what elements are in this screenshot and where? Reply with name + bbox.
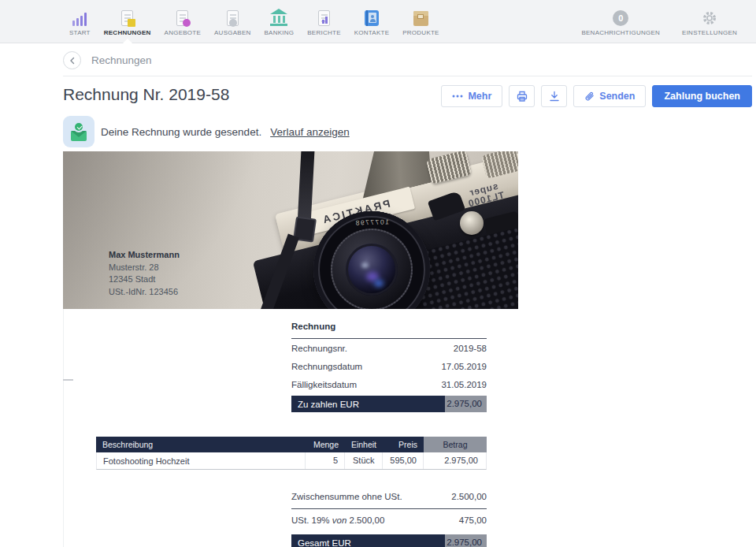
invoice-body: Rechnung Rechnungsnr. 2019-58 Rechnungsd… <box>63 309 518 547</box>
download-icon <box>549 91 560 102</box>
ellipsis-icon <box>452 95 463 98</box>
cell-amount: 2.975,00 <box>423 452 486 469</box>
cell-unit: Stück <box>344 452 382 469</box>
nav-label: AUSGABEN <box>214 29 250 36</box>
nav-item-start[interactable]: START <box>69 0 91 43</box>
nav-label: BANKING <box>265 29 295 36</box>
cell-price: 595,00 <box>382 452 423 469</box>
contacts-book-icon <box>365 7 379 26</box>
invoice-doc-icon <box>121 7 133 26</box>
meta-row: Rechnungsnr. 2019-58 <box>291 339 487 357</box>
cell-quantity: 5 <box>305 452 344 469</box>
nav-item-kontakte[interactable]: KONTAKTE <box>354 0 390 43</box>
nav-item-produkte[interactable]: PRODUKTE <box>402 0 439 43</box>
printer-icon <box>517 91 528 102</box>
line-items-table: Beschreibung Menge Einheit Preis Betrag … <box>96 437 487 470</box>
action-buttons: Mehr Senden Zahlung buchen <box>441 85 752 107</box>
nav-right-items: 0 BENACHRICHTIGUNGEN EINSTELLUNGEN <box>581 0 737 43</box>
vat-label: USt. 19% von 2.500,00 <box>291 515 384 525</box>
notification-count: 0 <box>613 10 628 26</box>
subtotal-value: 2.500,00 <box>451 492 487 501</box>
send-button[interactable]: Senden <box>573 85 646 107</box>
nav-label: BENACHRICHTIGUNGEN <box>581 29 660 36</box>
total-row: Gesamt EUR 2.975,00 <box>291 534 487 547</box>
bank-icon <box>270 7 287 26</box>
vat-value: 475,00 <box>459 515 487 525</box>
nav-item-berichte[interactable]: BERICHTE <box>307 0 340 43</box>
vat-row: USt. 19% von 2.500,00 475,00 <box>291 509 487 532</box>
gear-icon <box>702 7 717 26</box>
sender-city: 12345 Stadt <box>109 274 180 286</box>
nav-label: ANGEBOTE <box>165 29 201 36</box>
totals-box: Zwischensumme ohne USt. 2.500,00 USt. 19… <box>291 488 487 547</box>
report-chart-icon <box>318 7 330 26</box>
nav-label: EINSTELLUNGEN <box>682 29 737 36</box>
header-unit: Einheit <box>345 440 383 449</box>
status-banner: Deine Rechnung wurde gesendet. Verlauf a… <box>63 116 350 147</box>
meta-label: Fälligkeitsdatum <box>291 380 357 389</box>
amount-due-label: Zu zahlen EUR <box>291 400 445 409</box>
cell-description: Fotoshooting Hochzeit <box>97 456 305 466</box>
invoice-meta-box: Rechnung Rechnungsnr. 2019-58 Rechnungsd… <box>291 320 487 412</box>
nav-item-banking[interactable]: BANKING <box>265 0 295 43</box>
header-price: Preis <box>383 440 424 449</box>
paperclip-icon <box>584 91 595 102</box>
meta-label: Rechnungsnr. <box>291 344 347 353</box>
meta-label: Rechnungsdatum <box>291 362 362 371</box>
meta-row: Rechnungsdatum 17.05.2019 <box>291 357 487 375</box>
sender-street: Musterstr. 28 <box>109 262 180 274</box>
bar-chart-icon <box>72 7 87 26</box>
product-box-icon <box>413 7 428 26</box>
page-header: Rechnung Nr. 2019-58 Mehr Senden Zahlung… <box>63 76 752 114</box>
nav-item-einstellungen[interactable]: EINSTELLUNGEN <box>682 0 737 43</box>
download-button[interactable] <box>541 85 567 107</box>
sender-vat-id: USt.-IdNr. 123456 <box>109 286 180 299</box>
amount-due-row: Zu zahlen EUR 2.975,00 <box>291 396 487 412</box>
meta-row: Fälligkeitsdatum 31.05.2019 <box>291 375 487 393</box>
nav-item-rechnungen[interactable]: RECHNUNGEN <box>104 0 151 43</box>
table-row: Fotoshooting Hochzeit 5 Stück 595,00 2.9… <box>96 452 487 470</box>
nav-label: PRODUKTE <box>402 29 439 36</box>
banner-message: Deine Rechnung wurde gesendet. <box>101 126 261 138</box>
nav-label: KONTAKTE <box>354 29 390 36</box>
header-quantity: Menge <box>306 440 345 449</box>
top-navigation: START RECHNUNGEN ANGEBOTE AUSGABEN BANKI… <box>0 0 756 43</box>
chevron-left-icon <box>69 57 76 65</box>
book-payment-button[interactable]: Zahlung buchen <box>652 85 752 107</box>
meta-value: 2019-58 <box>454 344 487 353</box>
expense-doc-icon <box>227 7 239 26</box>
total-label: Gesamt EUR <box>291 538 445 547</box>
invoice-preview: PRAKTICA superTL1000 1077798 Max Musterm… <box>63 151 518 547</box>
amount-due-value: 2.975,00 <box>445 396 487 412</box>
app-window: START RECHNUNGEN ANGEBOTE AUSGABEN BANKI… <box>0 0 756 547</box>
more-button[interactable]: Mehr <box>441 85 502 107</box>
notification-badge-icon: 0 <box>613 7 628 26</box>
nav-item-benachrichtigungen[interactable]: 0 BENACHRICHTIGUNGEN <box>581 0 660 43</box>
nav-main-items: START RECHNUNGEN ANGEBOTE AUSGABEN BANKI… <box>69 0 439 43</box>
nav-item-angebote[interactable]: ANGEBOTE <box>165 0 201 43</box>
invoice-doc-title: Rechnung <box>291 320 487 339</box>
sender-name: Max Mustermann <box>109 249 180 262</box>
subtotal-label: Zwischensumme ohne USt. <box>291 492 402 501</box>
camera-shutter-button <box>460 211 484 235</box>
print-button[interactable] <box>509 85 535 107</box>
offer-doc-icon <box>176 7 188 26</box>
page-title: Rechnung Nr. 2019-58 <box>63 85 229 104</box>
header-description: Beschreibung <box>96 440 306 449</box>
show-history-link[interactable]: Verlauf anzeigen <box>270 126 350 138</box>
back-button[interactable] <box>63 51 81 69</box>
sender-address: Max Mustermann Musterstr. 28 12345 Stadt… <box>109 249 180 298</box>
header-amount: Betrag <box>424 437 487 452</box>
nav-label: RECHNUNGEN <box>104 29 151 36</box>
subtotal-row: Zwischensumme ohne USt. 2.500,00 <box>291 488 487 509</box>
nav-item-ausgaben[interactable]: AUSGABEN <box>214 0 250 43</box>
breadcrumb: Rechnungen <box>0 43 756 76</box>
meta-value: 31.05.2019 <box>441 380 487 389</box>
nav-label: BERICHTE <box>307 29 340 36</box>
breadcrumb-label: Rechnungen <box>91 54 152 66</box>
nav-label: START <box>69 29 91 36</box>
table-header-row: Beschreibung Menge Einheit Preis Betrag <box>96 437 487 452</box>
invoice-header-photo: PRAKTICA superTL1000 1077798 Max Musterm… <box>63 151 518 309</box>
lens-serial: 1077798 <box>354 218 389 227</box>
sent-check-icon <box>63 116 94 147</box>
